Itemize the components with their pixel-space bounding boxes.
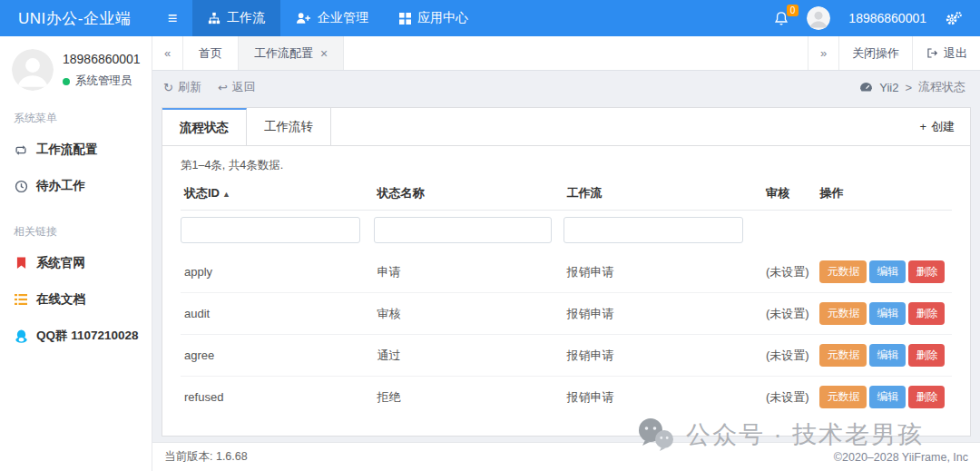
sidebar-link-online-docs[interactable]: 在线文档: [12, 281, 142, 318]
delete-button[interactable]: 删除: [908, 386, 945, 408]
cell-status-id: refused: [184, 390, 223, 404]
sidebar-user-role: 系统管理员: [75, 74, 132, 89]
logout-button[interactable]: 退出: [912, 36, 980, 70]
watermark-text: 公众号 · 技术老男孩: [686, 418, 924, 451]
column-header-status-name[interactable]: 状态名称: [374, 177, 564, 211]
breadcrumb: Yii2 > 流程状态: [859, 79, 969, 95]
navbar-username[interactable]: 18986860001: [848, 11, 926, 25]
cell-status-name: 审核: [377, 307, 401, 320]
chevrons-left-icon: «: [164, 46, 171, 60]
clock-icon: [14, 180, 28, 193]
sidebar-item-todo-work[interactable]: 待办工作: [12, 168, 142, 204]
sidebar-username: 18986860001: [63, 52, 141, 66]
refresh-label: 刷新: [178, 79, 201, 95]
settings-gears-icon[interactable]: [945, 11, 962, 26]
sidebar-item-label: 待办工作: [36, 178, 85, 194]
metadata-button[interactable]: 元数据: [819, 386, 867, 408]
tab-workflow-config[interactable]: 工作流配置 ×: [239, 36, 344, 70]
breadcrumb-root[interactable]: Yii2: [879, 81, 898, 94]
cell-workflow: 报销申请: [567, 307, 614, 320]
chevrons-right-icon: »: [820, 46, 827, 60]
panel-tabs: 流程状态 工作流转 + 创建: [162, 108, 970, 146]
sidebar-item-workflow-config[interactable]: 工作流配置: [12, 132, 142, 168]
cell-audit: (未设置): [766, 307, 809, 320]
table-row: audit 审核 报销申请 (未设置) 元数据编辑删除: [181, 293, 952, 335]
dashboard-gauge-icon: [859, 82, 873, 93]
logout-label: 退出: [944, 45, 967, 62]
tabs-scroll-left-button[interactable]: «: [152, 36, 183, 70]
cell-workflow: 报销申请: [567, 390, 614, 404]
filter-input-status-id[interactable]: [181, 217, 360, 243]
refresh-icon: ↻: [163, 81, 173, 94]
grid-icon: [399, 13, 411, 25]
panel-tab-workflow-transfer[interactable]: 工作流转: [247, 108, 331, 145]
breadcrumb-separator: >: [905, 81, 912, 94]
sort-ascending-icon: ▲: [222, 190, 230, 199]
notification-badge: 0: [787, 5, 799, 16]
column-header-workflow[interactable]: 工作流: [564, 177, 762, 211]
edit-button[interactable]: 编辑: [869, 302, 906, 325]
metadata-button[interactable]: 元数据: [819, 260, 867, 283]
avatar: [12, 49, 54, 91]
close-icon[interactable]: ×: [320, 46, 328, 61]
hamburger-icon: ≡: [168, 9, 178, 28]
page-tabbar: « 首页 工作流配置 × » 关闭操作 退出: [152, 36, 980, 71]
cell-audit: (未设置): [766, 265, 809, 279]
delete-button[interactable]: 删除: [908, 260, 945, 283]
column-header-audit: 审核: [762, 177, 817, 211]
app-brand: UNI办公-企业端: [0, 0, 152, 36]
metadata-button[interactable]: 元数据: [819, 302, 867, 325]
table-header-row: 状态ID▲ 状态名称 工作流 审核 操作: [181, 177, 952, 211]
edit-button[interactable]: 编辑: [869, 386, 906, 408]
status-table: 状态ID▲ 状态名称 工作流 审核 操作: [181, 177, 952, 417]
top-navbar: UNI办公-企业端 ≡ 工作流 企业管理 应用中心 0 18986860001: [0, 0, 980, 36]
tab-home[interactable]: 首页: [183, 36, 239, 70]
back-label: 返回: [232, 79, 256, 95]
sidebar-link-qq-group[interactable]: QQ群 1107210028: [12, 318, 142, 354]
edit-button[interactable]: 编辑: [869, 260, 906, 283]
loop-arrows-icon: [14, 144, 28, 156]
cell-audit: (未设置): [766, 390, 809, 404]
nav-item-app-center[interactable]: 应用中心: [384, 0, 484, 36]
table-row: agree 通过 报销申请 (未设置) 元数据编辑删除: [181, 335, 952, 377]
cell-audit: (未设置): [766, 348, 809, 362]
back-button[interactable]: ↩ 返回: [218, 79, 256, 95]
cell-status-name: 申请: [377, 265, 401, 279]
avatar[interactable]: [807, 6, 830, 30]
create-button[interactable]: + 创建: [904, 108, 970, 145]
nav-item-enterprise[interactable]: 企业管理: [280, 0, 384, 36]
notifications-button[interactable]: 0: [774, 11, 789, 26]
logout-icon: [926, 47, 938, 59]
refresh-button[interactable]: ↻ 刷新: [163, 79, 201, 95]
sidebar-link-official-site[interactable]: 系统官网: [12, 245, 142, 281]
panel-tab-process-status[interactable]: 流程状态: [162, 108, 247, 145]
table-row: refused 拒绝 报销申请 (未设置) 元数据编辑删除: [181, 377, 952, 418]
copyright-label: ©2020–2028 YiiFrame, Inc: [834, 451, 968, 464]
tabs-scroll-right-button[interactable]: »: [808, 36, 838, 70]
panel-tab-label: 流程状态: [180, 120, 229, 136]
toolbar: ↻ 刷新 ↩ 返回 Yii2 > 流程状态: [152, 71, 980, 103]
edit-button[interactable]: 编辑: [869, 344, 906, 367]
filter-input-workflow[interactable]: [564, 217, 743, 243]
delete-button[interactable]: 删除: [908, 344, 945, 367]
delete-button[interactable]: 删除: [908, 302, 945, 325]
nav-item-label: 应用中心: [417, 10, 468, 26]
nav-item-label: 企业管理: [318, 10, 368, 26]
cell-status-id: audit: [184, 307, 210, 320]
table-row: apply 申请 报销申请 (未设置) 元数据编辑删除: [181, 251, 952, 293]
metadata-button[interactable]: 元数据: [819, 344, 867, 367]
column-header-status-id[interactable]: 状态ID▲: [181, 177, 374, 211]
cell-status-id: apply: [184, 265, 212, 279]
close-operations-button[interactable]: 关闭操作: [838, 36, 912, 70]
sidebar-item-label: 工作流配置: [36, 142, 98, 158]
tab-label: 工作流配置: [254, 45, 313, 62]
sidebar-item-label: QQ群 1107210028: [36, 328, 139, 344]
content-area: 流程状态 工作流转 + 创建 第1–4条, 共4条数据.: [152, 103, 980, 442]
filter-input-status-name[interactable]: [374, 217, 553, 243]
nav-item-workflow[interactable]: 工作流: [192, 0, 280, 36]
cell-workflow: 报销申请: [567, 348, 614, 362]
list-icon: [14, 294, 28, 305]
sidebar-toggle-button[interactable]: ≡: [152, 0, 192, 36]
online-status-dot: [63, 78, 70, 85]
qq-penguin-icon: [14, 329, 28, 343]
